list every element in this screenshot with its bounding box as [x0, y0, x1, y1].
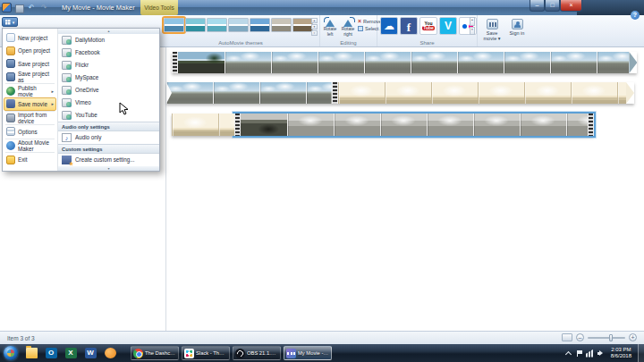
automovie-theme-1[interactable]: [164, 18, 184, 32]
submenu-item-label: Vimeo: [75, 99, 91, 105]
zoom-in-button[interactable]: +: [629, 333, 637, 341]
clip-road[interactable]: [225, 52, 629, 73]
file-menu-item-label: Save movie: [18, 101, 47, 107]
file-menu-item-save-project-as[interactable]: Save project as: [4, 71, 56, 84]
file-menu-item-save-movie[interactable]: Save movie▸: [4, 97, 56, 111]
file-menu-item-label: Options: [18, 129, 38, 135]
savemovie-icon: [6, 99, 15, 108]
file-menu-item-publish-movie[interactable]: Publish movie▸: [4, 84, 56, 97]
share-gallery: ☁fYouTubeV: [380, 17, 477, 35]
taskbar-clock[interactable]: 2:03 PM 8/6/2018: [611, 347, 631, 359]
volume-icon[interactable]: [597, 349, 605, 358]
clip-bright[interactable]: [338, 82, 626, 104]
taskbar-button-label: The Dashcam Sto...: [145, 350, 176, 356]
redo-icon[interactable]: ↷: [38, 3, 49, 13]
excel-icon: X: [65, 348, 77, 358]
view-toggle-icon[interactable]: [562, 333, 572, 341]
quick-save-icon[interactable]: [13, 3, 24, 13]
zoom-out-button[interactable]: –: [576, 333, 584, 341]
hidden-icons-icon[interactable]: [564, 349, 572, 358]
taskbar-pinned-explorer-icon[interactable]: [22, 346, 40, 360]
share-facebook-icon[interactable]: f: [400, 17, 418, 35]
taskbar-pinned-excel-icon[interactable]: X: [62, 346, 80, 360]
help-icon[interactable]: ?: [631, 11, 640, 20]
zoom-slider[interactable]: [588, 337, 625, 339]
submenu-item-dailymotion[interactable]: DailyMotion: [58, 34, 159, 46]
file-menu-item-about-movie-maker[interactable]: About Movie Maker: [4, 139, 56, 153]
clip-dark-gray[interactable]: [241, 114, 287, 136]
rotate-left-button[interactable]: Rotate left: [322, 17, 338, 37]
automovie-theme-3[interactable]: [207, 18, 227, 32]
file-menu-item-label: About Movie Maker: [18, 139, 54, 152]
file-dropdown-arrow-icon: ▾: [13, 20, 15, 25]
minimize-button[interactable]: –: [530, 0, 545, 12]
rotate-right-button[interactable]: Rotate right: [340, 17, 356, 37]
clip-dark-road[interactable]: [178, 52, 225, 73]
share-scroll-down-icon[interactable]: ▾: [470, 27, 475, 36]
automovie-theme-5[interactable]: [250, 18, 270, 32]
show-desktop-button[interactable]: [638, 344, 644, 362]
video-tools-contextual-tab[interactable]: Video Tools: [140, 0, 178, 15]
web-icon: [62, 98, 72, 107]
submenu-item-onedrive[interactable]: OneDrive: [58, 84, 159, 97]
taskbar-pinned-word-icon[interactable]: W: [81, 346, 99, 360]
taskbar: OXW The Dashcam Sto...Slack - The Dashc.…: [0, 344, 644, 362]
submenu-item-youtube[interactable]: YouTube: [58, 109, 159, 122]
save-movie-button[interactable]: Save movie ▾: [481, 17, 503, 45]
file-menu-item-import-from-device[interactable]: Import from device: [4, 112, 56, 125]
automovie-theme-2[interactable]: [185, 18, 206, 32]
zoom-slider-thumb[interactable]: [609, 334, 613, 341]
automovie-theme-7[interactable]: [292, 18, 313, 32]
share-onedrive-icon[interactable]: ☁: [380, 17, 398, 35]
selected-clip-group[interactable]: [234, 114, 593, 136]
automovie-theme-4[interactable]: [228, 18, 249, 32]
share-youtube-icon[interactable]: YouTube: [419, 17, 437, 35]
gallery-scroll-down-icon[interactable]: ▾: [311, 24, 318, 29]
taskbar-button-chrome[interactable]: The Dashcam Sto...: [131, 346, 179, 360]
submenu-item-vimeo[interactable]: Vimeo: [58, 97, 159, 109]
taskbar-pinned-chat-icon[interactable]: [101, 346, 119, 360]
clip-gray[interactable]: [287, 114, 587, 136]
taskbar-pinned-outlook-icon[interactable]: O: [42, 346, 60, 360]
clock-date: 8/6/2018: [611, 353, 631, 359]
file-menu-item-save-project[interactable]: Save project: [4, 57, 56, 71]
remove-icon: ×: [358, 19, 361, 24]
network-icon[interactable]: [586, 349, 594, 358]
submenu-item-facebook[interactable]: Facebook: [58, 46, 159, 59]
submenu-body: DailyMotionFacebookFlickrMySpaceOneDrive…: [58, 34, 159, 166]
submenu-item-flickr[interactable]: Flickr: [58, 59, 159, 72]
taskbar-button-obs[interactable]: OBS 21.1.2 (64bit,...: [233, 346, 281, 360]
gallery-expand-icon[interactable]: ▿: [311, 30, 318, 36]
close-button[interactable]: ×: [560, 0, 582, 12]
clip-strip-2: [166, 82, 634, 104]
file-menu-item-open-project[interactable]: Open project: [4, 45, 56, 58]
file-menu-button[interactable]: ▾: [2, 17, 18, 27]
sign-in-button[interactable]: Sign in: [506, 17, 528, 45]
automovie-theme-6[interactable]: [271, 18, 292, 32]
file-menu-item-exit[interactable]: Exit: [4, 153, 56, 166]
taskbar-button-label: OBS 21.1.2 (64bit,...: [247, 350, 278, 356]
maximize-button[interactable]: □: [545, 0, 560, 12]
rotate-right-icon: [342, 17, 355, 27]
share-vimeo-icon[interactable]: V: [439, 17, 457, 35]
save-movie-dropdown-icon: ▾: [498, 36, 501, 41]
submenu-scroll-down[interactable]: ▾: [58, 166, 159, 172]
clip-bright[interactable]: [172, 114, 234, 136]
taskbar-button-slack[interactable]: Slack - The Dashc...: [182, 346, 230, 360]
submenu-item-create-custom-setting[interactable]: Create custom setting...: [58, 154, 159, 166]
file-menu-item-options[interactable]: Options: [4, 125, 56, 139]
gallery-scroll-up-icon[interactable]: ▴: [311, 18, 318, 23]
start-button[interactable]: [4, 346, 18, 360]
clip-road[interactable]: [166, 82, 332, 104]
submenu-item-audio-only[interactable]: ♪Audio only: [58, 131, 159, 144]
rotate-left-icon: [324, 17, 337, 27]
share-scroll-up-icon[interactable]: ▴: [470, 17, 475, 26]
new-icon: [6, 33, 15, 42]
undo-icon[interactable]: ↶: [26, 3, 37, 13]
submenu-item-myspace[interactable]: MySpace: [58, 72, 159, 84]
action-center-icon[interactable]: [575, 349, 583, 358]
saveas-icon: [6, 72, 15, 81]
taskbar-button-moviemaker[interactable]: My Movie - Movi...: [284, 346, 332, 360]
file-menu-item-new-project[interactable]: New project: [4, 31, 56, 45]
file-menu-item-label: Open project: [18, 47, 50, 54]
